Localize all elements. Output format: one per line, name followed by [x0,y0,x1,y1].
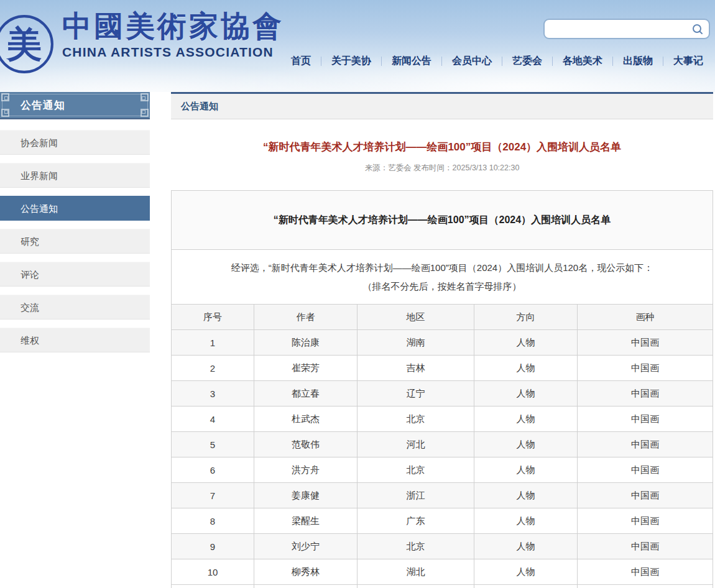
table-row: 6洪方舟北京人物中国画 [172,457,713,483]
table-cell [358,585,474,588]
logo-title-en: CHINA ARTISTS ASSOCIATION [62,45,284,60]
nav-item-6[interactable]: 出版物 [623,53,653,69]
table-cell [474,585,578,588]
nav-item-3[interactable]: 会员中心 [452,53,492,69]
table-cell: 人物 [474,534,578,559]
intro-line-2: （排名不分先后，按姓名首字母排序） [187,277,698,296]
table-row: 10柳秀林湖北人物中国画 [172,559,713,585]
table-row: 3都立春辽宁人物中国画 [172,381,713,407]
table-cell: 1 [172,330,254,356]
nav-item-1[interactable]: 关于美协 [331,53,371,69]
article-title: “新时代青年美术人才培养计划——绘画100”项目（2024）入围培训人员名单 [171,140,713,154]
table-cell: 北京 [358,457,474,483]
nav-item-7[interactable]: 大事记 [673,53,703,69]
table-cell: 吉林 [358,356,474,381]
table-cell: 崔荣芳 [254,356,358,381]
sidebar-item[interactable]: 交流 [0,295,150,319]
intro-line-1: 经评选，“新时代青年美术人才培养计划——绘画100”项目（2024）入围培训人员… [187,259,698,277]
table-cell: 7 [172,483,254,508]
table-intro: 经评选，“新时代青年美术人才培养计划——绘画100”项目（2024）入围培训人员… [172,250,713,305]
table-cell: 北京 [358,534,474,559]
table-cell: 中国画 [578,407,713,432]
breadcrumb-label[interactable]: 公告通知 [181,101,218,113]
search-icon[interactable] [691,23,704,35]
sidebar-header: 公告通知 [0,92,150,119]
table-cell: 梁醒生 [254,508,358,534]
sidebar-item[interactable]: 公告通知 [0,196,150,221]
table-cell: 中国画 [578,534,713,559]
table-cell: 广东 [358,508,474,534]
sidebar-item[interactable]: 协会新闻 [0,130,150,155]
breadcrumb: 公告通知 [171,92,713,119]
search-input[interactable] [545,20,691,38]
table-row: 8梁醒生广东人物中国画 [172,508,713,534]
sidebar-list: 协会新闻业界新闻公告通知研究评论交流维权 [0,130,150,352]
table-cell: 人物 [474,457,578,483]
sidebar-item[interactable]: 业界新闻 [0,163,150,188]
nav-item-5[interactable]: 各地美术 [563,53,602,69]
table-row: 4杜武杰北京人物中国画 [172,407,713,432]
table-row: 7姜康健浙江人物中国画 [172,483,713,508]
table-cell: 辽宁 [358,381,474,407]
table-cell: 刘少宁 [254,534,358,559]
svg-text:美: 美 [6,24,42,64]
table-cell: 湖南 [358,330,474,356]
table-cell: 2 [172,356,254,381]
table-row: 1陈治康湖南人物中国画 [172,330,713,356]
table-cell: 人物 [474,432,578,457]
table-cell: 中国画 [578,381,713,407]
nav-item-2[interactable]: 新闻公告 [392,53,431,69]
site-header: 美 中國美術家協會 CHINA ARTISTS ASSOCIATION 首页关于… [0,0,715,92]
sidebar-title: 公告通知 [21,98,65,113]
sidebar-item[interactable]: 研究 [0,229,150,254]
search-box [543,19,710,39]
table-cell: 人物 [474,330,578,356]
table-cell: 人物 [474,356,578,381]
nav-item-4[interactable]: 艺委会 [512,53,542,69]
table-cell: 人物 [474,508,578,534]
table-cell: 柳秀林 [254,559,358,585]
table-cell: 中国画 [578,432,713,457]
nav-item-0[interactable]: 首页 [291,53,311,69]
table-cell: 中国画 [578,457,713,483]
nav-separator [381,57,382,66]
table-cell: 范敬伟 [254,432,358,457]
fretwork-corner-icon [1,93,9,101]
table-cell: 4 [172,407,254,432]
table-cell: 陈治康 [254,330,358,356]
table-cell: 中国画 [578,508,713,534]
table-cell [172,585,254,588]
logo-title-cn: 中國美術家協會 [62,9,284,44]
nav-separator [663,57,663,66]
table-cell: 10 [172,559,254,585]
table-cell: 人物 [474,407,578,432]
table-cell [254,585,358,588]
table-cell: 6 [172,457,254,483]
table-cell: 中国画 [578,559,713,585]
notice-table: “新时代青年美术人才培养计划——绘画100”项目（2024）入围培训人员名单 经… [171,190,713,588]
table-cell: 浙江 [358,483,474,508]
table-cell: 姜康健 [254,483,358,508]
table-cell: 中国画 [578,356,713,381]
table-cell: 湖北 [358,559,474,585]
table-cell: 5 [172,432,254,457]
fretwork-corner-icon [141,109,149,117]
table-cell: 河北 [358,432,474,457]
sidebar-item[interactable]: 维权 [0,328,150,352]
column-header: 画种 [578,305,713,330]
main-content: 公告通知 “新时代青年美术人才培养计划——绘画100”项目（2024）入围培训人… [171,92,713,588]
table-cell: 杜武杰 [254,407,358,432]
table-intro-row: 经评选，“新时代青年美术人才培养计划——绘画100”项目（2024）入围培训人员… [172,250,713,305]
table-cell: 人物 [474,483,578,508]
column-header: 作者 [254,305,358,330]
table-row: 2崔荣芳吉林人物中国画 [172,356,713,381]
table-row: 9刘少宁北京人物中国画 [172,534,713,559]
seal-logo-icon: 美 [0,12,56,76]
sidebar: 公告通知 协会新闻业界新闻公告通知研究评论交流维权 [0,92,150,361]
table-cell: 人物 [474,381,578,407]
sidebar-item[interactable]: 评论 [0,262,150,287]
table-cell: 3 [172,381,254,407]
site-logo[interactable]: 美 中國美術家協會 CHINA ARTISTS ASSOCIATION [0,9,284,76]
nav-separator [612,57,613,66]
column-header: 方向 [474,305,578,330]
